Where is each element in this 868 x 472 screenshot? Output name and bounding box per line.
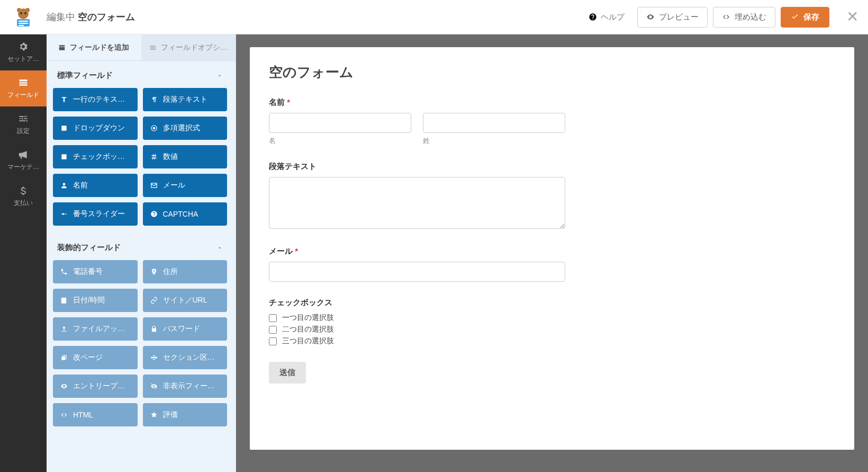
field-button-text[interactable]: 一行のテキスト入力 <box>53 88 138 111</box>
group-fancy-header[interactable]: 装飾的フィールド <box>53 233 227 260</box>
field-button-link[interactable]: サイト／URL <box>143 289 228 312</box>
preview-label: プレビュー <box>659 12 699 22</box>
chevron-down-icon <box>216 245 223 251</box>
tab-add-field[interactable]: フィールドを追加 <box>47 34 141 60</box>
group-standard: 標準フィールド 一行のテキスト入力段落テキストドロップダウン多項選択式チェックボ… <box>47 61 233 233</box>
first-name-sublabel: 名 <box>269 136 411 146</box>
canvas-area[interactable]: 空のフォーム 名前 * 名 姓 段落テキスト <box>236 34 868 472</box>
sidebar-body[interactable]: 標準フィールド 一行のテキスト入力段落テキストドロップダウン多項選択式チェックボ… <box>47 61 236 472</box>
app-logo <box>0 6 47 28</box>
mail-icon <box>150 182 158 189</box>
field-button-label: 数値 <box>163 152 178 162</box>
form-name[interactable]: 空のフォーム <box>78 12 135 22</box>
field-button-label: CAPTCHA <box>163 210 198 218</box>
field-button-code[interactable]: HTML <box>53 403 138 426</box>
field-button-help[interactable]: CAPTCHA <box>143 202 228 226</box>
phone-icon <box>60 268 68 275</box>
field-button-paragraph[interactable]: 段落テキスト <box>143 88 228 111</box>
field-name[interactable]: 名前 * 名 姓 <box>269 97 835 146</box>
fields-sidebar: フィールドを追加 フィールドオプシ… 標準フィールド 一行のテキスト入力段落テキ… <box>47 34 236 472</box>
group-standard-header[interactable]: 標準フィールド <box>53 61 227 88</box>
form-title: 空のフォーム <box>269 63 835 82</box>
checkbox-option[interactable]: 一つ目の選択肢 <box>269 313 835 323</box>
text-icon <box>60 96 68 103</box>
left-nav: セットア… フィールド 設定 マーケテ… 支払い <box>0 34 47 472</box>
field-button-hash[interactable]: 数値 <box>143 145 228 168</box>
nav-marketing-label: マーケテ… <box>7 163 39 172</box>
submit-button[interactable]: 送信 <box>269 362 306 384</box>
help-icon <box>150 210 158 218</box>
field-button-eyeoff[interactable]: 非表示フィールド <box>143 375 228 398</box>
field-button-label: チェックボックス <box>73 152 130 162</box>
checkbox-input[interactable] <box>269 326 277 334</box>
field-button-phone[interactable]: 電話番号 <box>53 260 138 283</box>
field-button-label: サイト／URL <box>163 296 207 305</box>
field-button-label: 一行のテキスト入力 <box>73 95 130 104</box>
field-button-star[interactable]: 評価 <box>143 403 228 426</box>
form-canvas[interactable]: 空のフォーム 名前 * 名 姓 段落テキスト <box>250 47 854 450</box>
last-name-input[interactable] <box>423 113 565 133</box>
topbar-actions: ヘルプ プレビュー 埋め込む 保存 ✕ <box>581 7 858 28</box>
field-button-label: 段落テキスト <box>163 95 207 104</box>
first-name-input[interactable] <box>269 113 411 133</box>
field-button-pin[interactable]: 住所 <box>143 260 228 283</box>
field-button-label: ドロップダウン <box>73 123 125 133</box>
field-button-dropdown[interactable]: ドロップダウン <box>53 117 138 140</box>
field-button-label: 番号スライダー <box>73 209 125 219</box>
field-button-calendar[interactable]: 日付/時間 <box>53 289 138 312</box>
svg-rect-10 <box>19 23 28 24</box>
email-input[interactable] <box>269 262 565 282</box>
checkbox-option[interactable]: 三つ目の選択肢 <box>269 336 835 346</box>
group-fancy: 装飾的フィールド 電話番号住所日付/時間サイト／URLファイルアップロ…パスワー… <box>47 233 233 434</box>
embed-button[interactable]: 埋め込む <box>713 7 775 28</box>
nav-fields[interactable]: フィールド <box>0 70 47 106</box>
nav-payments-label: 支払い <box>14 199 33 208</box>
field-button-slider[interactable]: 番号スライダー <box>53 202 138 226</box>
field-email[interactable]: メール * <box>269 246 835 282</box>
checkbox-input[interactable] <box>269 337 277 345</box>
nav-setup[interactable]: セットア… <box>0 34 47 70</box>
field-button-checkbox[interactable]: チェックボックス <box>53 145 138 168</box>
paragraph-textarea[interactable] <box>269 177 565 229</box>
topbar: 編集中 空のフォーム ヘルプ プレビュー 埋め込む 保存 ✕ <box>0 0 868 34</box>
nav-marketing[interactable]: マーケテ… <box>0 143 47 179</box>
eye-icon <box>60 382 68 390</box>
paragraph-icon <box>150 96 158 103</box>
field-button-divider[interactable]: セクション区切り <box>143 346 228 369</box>
checkbox-input[interactable] <box>269 314 277 322</box>
user-icon <box>60 182 68 189</box>
svg-rect-9 <box>19 21 28 22</box>
checkbox-option[interactable]: 二つ目の選択肢 <box>269 325 835 334</box>
field-button-copy[interactable]: 改ページ <box>53 346 138 369</box>
nav-payments[interactable]: 支払い <box>0 179 47 215</box>
field-button-label: 日付/時間 <box>73 296 105 305</box>
group-fancy-title: 装飾的フィールド <box>57 243 121 253</box>
close-icon[interactable]: ✕ <box>846 10 858 24</box>
help-link[interactable]: ヘルプ <box>581 8 632 26</box>
field-paragraph[interactable]: 段落テキスト <box>269 162 835 230</box>
field-button-lock[interactable]: パスワード <box>143 317 228 341</box>
field-button-upload[interactable]: ファイルアップロ… <box>53 317 138 341</box>
field-button-label: 非表示フィールド <box>163 381 220 391</box>
save-button[interactable]: 保存 <box>781 7 829 28</box>
tab-field-options[interactable]: フィールドオプシ… <box>141 34 236 60</box>
field-button-radio[interactable]: 多項選択式 <box>143 117 228 140</box>
slider-icon <box>60 210 68 218</box>
checkbox-option-label: 三つ目の選択肢 <box>282 336 334 346</box>
preview-button[interactable]: プレビュー <box>637 7 708 28</box>
dropdown-icon <box>60 124 68 132</box>
field-button-label: 改ページ <box>73 353 103 362</box>
field-button-eye[interactable]: エントリープレビ… <box>53 375 138 398</box>
link-icon <box>150 297 158 304</box>
email-label: メール * <box>269 246 835 256</box>
field-button-label: 電話番号 <box>73 267 103 277</box>
paragraph-label: 段落テキスト <box>269 162 835 172</box>
svg-rect-11 <box>19 25 24 26</box>
eyeoff-icon <box>150 382 158 390</box>
field-checkbox[interactable]: チェックボックス 一つ目の選択肢二つ目の選択肢三つ目の選択肢 <box>269 298 835 346</box>
svg-point-5 <box>25 8 30 12</box>
nav-settings[interactable]: 設定 <box>0 106 47 143</box>
star-icon <box>150 411 158 418</box>
field-button-mail[interactable]: メール <box>143 174 228 197</box>
field-button-user[interactable]: 名前 <box>53 174 138 197</box>
